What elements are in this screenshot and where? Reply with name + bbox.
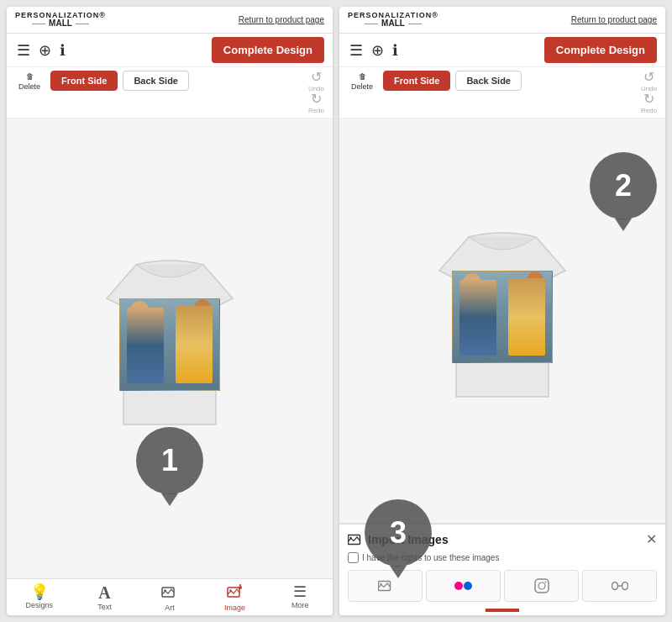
left-panel: PERSONALIZATION® —— MALL —— Return to pr… <box>7 7 333 615</box>
svg-point-4 <box>239 586 242 589</box>
right-toolbar: ☰ ⊕ ℹ Complete Design <box>339 34 665 67</box>
left-delete-label: Delete <box>18 82 40 91</box>
left-redo-item[interactable]: ↻ Redo <box>308 92 324 114</box>
right-toolbar-left: ☰ ⊕ ℹ <box>348 40 400 61</box>
left-toolbar-left: ☰ ⊕ ℹ <box>15 40 67 61</box>
logo-mall-line: —— MALL —— <box>32 19 89 28</box>
right-search-icon[interactable]: ⊕ <box>370 40 386 61</box>
svg-point-3 <box>229 589 231 591</box>
left-action-row: 🗑 Delete Front Side Back Side ↺ Undo ↻ R… <box>7 67 333 119</box>
right-person-right <box>508 278 545 356</box>
logo-mall-text: MALL <box>49 19 72 28</box>
left-photo-sim <box>120 299 219 390</box>
left-trash-icon: 🗑 <box>26 72 34 81</box>
right-canvas-area: 2 Import Images ✕ I have the rights to u… <box>339 119 665 609</box>
right-delete-button[interactable]: 🗑 Delete <box>348 71 376 92</box>
right-delete-label: Delete <box>351 82 373 91</box>
left-redo-label: Redo <box>308 107 324 114</box>
svg-rect-13 <box>622 582 627 590</box>
left-person-left <box>127 308 164 383</box>
right-photo <box>452 271 553 363</box>
right-trash-icon: 🗑 <box>359 72 366 81</box>
right-logo-mall-line: —— MALL —— <box>365 19 422 28</box>
right-bubble-2-number: 2 <box>615 168 632 203</box>
left-undo-icon: ↺ <box>311 71 322 84</box>
left-back-side-button[interactable]: Back Side <box>123 71 189 91</box>
right-photo-sim <box>453 271 552 362</box>
left-nav-text[interactable]: A Text <box>72 584 138 612</box>
right-tooltip-bubble-3: 3 <box>365 499 432 567</box>
left-text-label: Text <box>97 603 112 611</box>
left-designs-icon: 💡 <box>30 584 49 599</box>
right-logo-mall-text: MALL <box>381 19 405 28</box>
right-front-side-button[interactable]: Front Side <box>383 71 450 91</box>
left-bubble-number: 1 <box>161 443 178 478</box>
left-bottom-nav: 💡 Designs A Text Art Image ☰ More <box>7 578 333 615</box>
svg-point-1 <box>164 589 165 591</box>
right-undo-redo: ↺ Undo ↻ Redo <box>641 71 657 114</box>
import-flickr-button[interactable] <box>426 570 501 602</box>
right-header: PERSONALIZATION® —— MALL —— Return to pr… <box>339 7 665 34</box>
left-image-label: Image <box>224 604 245 612</box>
right-logo: PERSONALIZATION® —— MALL —— <box>348 12 438 28</box>
right-bubble-3-number: 3 <box>390 515 407 551</box>
left-logo: PERSONALIZATION® —— MALL —— <box>15 12 106 28</box>
left-search-icon[interactable]: ⊕ <box>37 40 53 61</box>
import-rights-checkbox[interactable] <box>348 552 359 563</box>
device-icon <box>378 579 393 593</box>
right-bottom-spacer <box>339 612 665 615</box>
left-nav-more[interactable]: ☰ More <box>267 584 333 612</box>
left-front-side-button[interactable]: Front Side <box>50 71 118 91</box>
instagram-icon <box>534 578 549 593</box>
left-image-icon <box>227 584 244 602</box>
left-text-icon: A <box>98 584 110 601</box>
right-redo-label: Redo <box>641 107 657 114</box>
left-delete-button[interactable]: 🗑 Delete <box>15 71 44 92</box>
svg-point-6 <box>349 536 351 538</box>
right-undo-icon: ↺ <box>643 71 654 84</box>
right-back-side-button[interactable]: Back Side <box>455 71 522 91</box>
right-complete-button[interactable]: Complete Design <box>544 37 657 63</box>
left-complete-button[interactable]: Complete Design <box>212 37 324 63</box>
left-side-buttons: Front Side Back Side <box>50 71 302 91</box>
import-close-button[interactable]: ✕ <box>646 531 657 547</box>
svg-point-10 <box>538 582 545 589</box>
right-undo-item[interactable]: ↺ Undo <box>641 71 657 92</box>
right-action-row: 🗑 Delete Front Side Back Side ↺ Undo ↻ R… <box>339 67 665 119</box>
right-panel: PERSONALIZATION® —— MALL —— Return to pr… <box>339 7 665 615</box>
left-nav-art[interactable]: Art <box>137 584 202 612</box>
left-nav-image[interactable]: Image <box>202 584 268 612</box>
right-menu-icon[interactable]: ☰ <box>348 40 365 61</box>
left-menu-icon[interactable]: ☰ <box>15 40 32 61</box>
left-person-right <box>176 306 213 383</box>
import-link-button[interactable] <box>582 570 657 602</box>
right-redo-item[interactable]: ↻ Redo <box>641 92 657 114</box>
import-instagram-button[interactable] <box>504 570 579 602</box>
svg-rect-12 <box>612 582 617 590</box>
left-info-icon[interactable]: ℹ <box>58 40 67 61</box>
right-tooltip-bubble-2: 2 <box>590 152 657 219</box>
left-redo-icon: ↻ <box>311 92 322 106</box>
left-more-icon: ☰ <box>293 584 307 599</box>
right-redo-icon: ↻ <box>643 92 654 106</box>
right-return-link[interactable]: Return to product page <box>571 15 657 24</box>
left-photo <box>119 298 220 391</box>
left-nav-designs[interactable]: 💡 Designs <box>7 584 72 612</box>
svg-point-11 <box>544 582 546 583</box>
left-art-icon <box>161 584 178 602</box>
link-icon <box>612 581 628 591</box>
svg-rect-9 <box>535 579 549 593</box>
left-art-label: Art <box>165 604 175 612</box>
left-undo-item[interactable]: ↺ Undo <box>308 71 324 92</box>
left-toolbar: ☰ ⊕ ℹ Complete Design <box>7 34 333 67</box>
right-info-icon[interactable]: ℹ <box>391 40 400 61</box>
right-person-left <box>459 280 496 356</box>
right-tshirt-area: 2 <box>339 119 665 523</box>
import-image-icon <box>348 533 363 546</box>
right-side-buttons: Front Side Back Side <box>383 71 634 91</box>
left-tooltip-bubble: 1 <box>136 427 203 494</box>
import-device-button[interactable] <box>348 570 423 602</box>
svg-point-8 <box>380 583 381 585</box>
left-return-link[interactable]: Return to product page <box>239 15 324 24</box>
left-more-label: More <box>291 601 309 609</box>
